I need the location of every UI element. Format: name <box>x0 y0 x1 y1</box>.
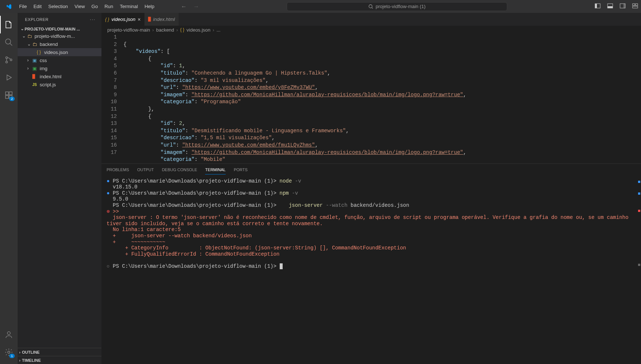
tab-label: videos.json <box>111 17 135 22</box>
panel-tab-debug[interactable]: DEBUG CONSOLE <box>162 165 197 174</box>
tree-script-js[interactable]: JS script.js <box>18 80 101 89</box>
tree-root-folder[interactable]: ⌄ 🗀 projeto-vidflow-m... <box>18 32 101 40</box>
svg-rect-3 <box>595 4 597 8</box>
svg-rect-18 <box>6 95 8 98</box>
activity-explorer-icon[interactable] <box>0 16 18 33</box>
activity-account-icon[interactable] <box>0 326 18 343</box>
sidebar-header: EXPLORER ··· <box>18 13 101 26</box>
scroll-mark <box>638 192 640 195</box>
menu-edit[interactable]: Edit <box>31 2 44 11</box>
activity-debug-icon[interactable] <box>0 69 18 86</box>
svg-rect-20 <box>9 92 12 95</box>
svg-marker-16 <box>7 75 11 80</box>
editor-content[interactable]: 1234567891011121314151617 { "videos": [ … <box>101 34 641 163</box>
menu-help[interactable]: Help <box>142 2 157 11</box>
explorer-more-icon[interactable]: ··· <box>90 17 96 22</box>
activity-extensions-icon[interactable]: 2 <box>0 86 18 104</box>
json-icon: { } <box>180 27 184 32</box>
tab-videos-json[interactable]: { } videos.json × <box>101 13 144 26</box>
terminal[interactable]: ● PS C:\Users\marie\Downloads\projeto-vi… <box>101 176 641 309</box>
json-icon: { } <box>37 50 43 55</box>
svg-point-22 <box>8 351 10 353</box>
json-icon: { } <box>105 17 109 22</box>
sidebar: EXPLORER ··· ⌄ PROJETO-VIDFLOW-MAIN ... … <box>18 13 101 364</box>
tree-label: css <box>40 58 47 63</box>
search-input[interactable]: projeto-vidflow-main (1) <box>287 2 507 11</box>
menu-selection[interactable]: Selection <box>45 2 71 11</box>
outline-label: OUTLINE <box>22 350 40 354</box>
tree-index-html[interactable]: ▉ index.html <box>18 72 101 80</box>
chevron-down-icon: ⌄ <box>22 33 26 39</box>
chevron-right-icon: › <box>19 358 21 363</box>
toggle-panel-right-icon[interactable] <box>620 3 626 10</box>
panel-tab-problems[interactable]: PROBLEMS <box>107 165 129 174</box>
tree-label: backend <box>40 42 58 47</box>
vscode-logo-icon <box>6 4 12 10</box>
title-bar: File Edit Selection View Go Run Terminal… <box>0 0 641 13</box>
tree-label: img <box>40 66 47 71</box>
svg-point-15 <box>10 59 12 61</box>
svg-line-12 <box>10 43 12 46</box>
editor-tabs: { } videos.json × ▉ index.html <box>101 13 641 26</box>
panel-tab-terminal[interactable]: TERMINAL <box>205 165 226 174</box>
scroll-mark <box>638 264 640 266</box>
menu-go[interactable]: Go <box>89 2 101 11</box>
chevron-down-icon: ⌄ <box>21 26 24 31</box>
outline-section[interactable]: › OUTLINE <box>18 348 101 356</box>
svg-point-11 <box>6 39 11 44</box>
timeline-section[interactable]: › TIMELINE <box>18 356 101 364</box>
scroll-mark <box>638 210 640 212</box>
panel-tab-ports[interactable]: PORTS <box>234 165 248 174</box>
tab-index-html[interactable]: ▉ index.html <box>144 13 179 26</box>
breadcrumbs[interactable]: projeto-vidflow-main › backend › { } vid… <box>101 26 641 34</box>
svg-point-14 <box>6 61 8 63</box>
panel-tab-output[interactable]: OUTPUT <box>137 165 154 174</box>
settings-badge: 1 <box>9 354 15 358</box>
breadcrumb-segment[interactable]: backend <box>156 27 174 33</box>
menu-file[interactable]: File <box>16 2 30 11</box>
toggle-panel-left-icon[interactable] <box>595 3 601 10</box>
chevron-right-icon: › <box>176 27 178 33</box>
customize-layout-icon[interactable] <box>632 3 638 10</box>
tree-backend-folder[interactable]: ⌄ 🗀 backend <box>18 40 101 48</box>
tree-img-folder[interactable]: › ▣ img <box>18 64 101 72</box>
tree-label: projeto-vidflow-m... <box>35 33 75 39</box>
tree-videos-json[interactable]: { } videos.json <box>18 48 101 56</box>
menu-terminal[interactable]: Terminal <box>117 2 141 11</box>
menu-view[interactable]: View <box>72 2 88 11</box>
html-icon: ▉ <box>32 74 38 79</box>
editor-area: { } videos.json × ▉ index.html projeto-v… <box>101 13 641 364</box>
file-tree: ⌄ 🗀 projeto-vidflow-m... ⌄ 🗀 backend { }… <box>18 32 101 89</box>
toggle-panel-bottom-icon[interactable] <box>607 3 613 10</box>
img-folder-icon: ▣ <box>32 66 38 71</box>
breadcrumb-segment[interactable]: ... <box>216 27 221 33</box>
panel-tabs: PROBLEMS OUTPUT DEBUG CONSOLE TERMINAL P… <box>101 164 641 176</box>
search-text: projeto-vidflow-main (1) <box>376 4 426 9</box>
chevron-right-icon: › <box>27 66 31 71</box>
activity-settings-icon[interactable]: 1 <box>0 343 18 361</box>
tree-label: index.html <box>40 74 61 79</box>
project-header[interactable]: ⌄ PROJETO-VIDFLOW-MAIN ... <box>18 26 101 32</box>
search-icon <box>368 4 373 9</box>
activity-scm-icon[interactable] <box>0 51 18 69</box>
scroll-mark <box>638 181 640 183</box>
html-icon: ▉ <box>148 17 151 22</box>
timeline-label: TIMELINE <box>22 358 41 363</box>
nav-arrows: ← → <box>181 3 199 10</box>
project-title: PROJETO-VIDFLOW-MAIN ... <box>25 27 80 31</box>
activity-search-icon[interactable] <box>0 33 18 51</box>
tree-label: script.js <box>40 82 56 87</box>
nav-forward-icon[interactable]: → <box>193 3 199 10</box>
js-icon: JS <box>32 83 38 87</box>
close-icon[interactable]: × <box>137 17 140 22</box>
line-gutter: 1234567891011121314151617 <box>101 34 123 163</box>
tree-css-folder[interactable]: › ▣ css <box>18 56 101 64</box>
code-area[interactable]: { "videos": [ { "id": 1, "titulo": "Conh… <box>123 34 466 163</box>
activity-bar: 2 1 <box>0 13 18 364</box>
menu-bar: File Edit Selection View Go Run Terminal… <box>16 2 157 11</box>
nav-back-icon[interactable]: ← <box>181 3 187 10</box>
breadcrumb-segment[interactable]: projeto-vidflow-main <box>107 27 150 33</box>
tab-label: index.html <box>153 17 175 22</box>
menu-run[interactable]: Run <box>101 2 116 11</box>
breadcrumb-segment[interactable]: videos.json <box>187 27 211 33</box>
